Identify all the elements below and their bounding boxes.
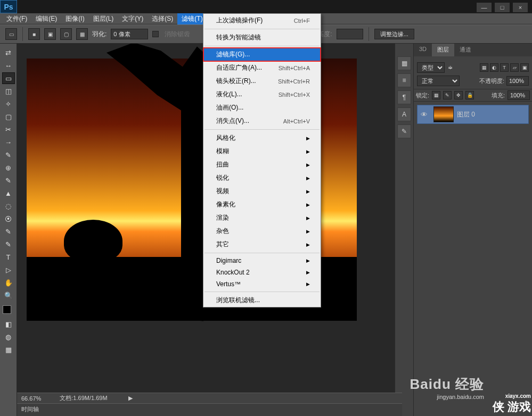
dock-panel-icon[interactable]: ✎ (397, 124, 411, 138)
minimize-button[interactable]: — (477, 3, 492, 12)
menu-图层[interactable]: 图层(L) (89, 13, 118, 24)
marquee-preset-icon[interactable]: ▭ (5, 28, 17, 40)
menu-item[interactable]: KnockOut 2▶ (203, 267, 321, 278)
menu-item[interactable]: 浏览联机滤镜... (203, 294, 321, 307)
tool-15[interactable]: T (2, 251, 15, 263)
timeline-panel-tab[interactable]: 时间轴 (17, 403, 402, 416)
panel-tab[interactable]: 3D (414, 44, 432, 56)
maximize-button[interactable]: □ (495, 3, 510, 12)
menu-item[interactable]: Digimarc▶ (203, 255, 321, 267)
menu-item-label: 像素化 (216, 200, 235, 209)
tool-13[interactable]: ✎ (2, 226, 15, 237)
submenu-arrow-icon: ▶ (306, 149, 310, 154)
tool-11[interactable]: ◌ (2, 200, 15, 212)
menu-item[interactable]: 油画(O)... (203, 101, 321, 114)
feather-input[interactable] (111, 29, 148, 39)
menu-item[interactable]: 滤镜库(G)... (203, 48, 321, 61)
tool-4[interactable]: ▢ (2, 111, 15, 122)
doc-size[interactable]: 文档:1.69M/1.69M (60, 394, 107, 402)
layer-name[interactable]: 图层 0 (457, 110, 475, 119)
lock-image-icon[interactable]: ✎ (443, 91, 452, 99)
tool-14[interactable]: ✎ (2, 238, 15, 250)
menu-item[interactable]: 自适应广角(A)...Shift+Ctrl+A (203, 61, 321, 74)
menu-item[interactable]: 上次滤镜操作(F)Ctrl+F (203, 14, 321, 27)
menu-item[interactable]: 风格化▶ (203, 131, 321, 145)
tool-12[interactable]: ⦿ (2, 213, 15, 224)
filter-pixel-icon[interactable]: ▦ (480, 63, 488, 72)
color-swatch[interactable] (3, 305, 14, 317)
toggle-toolbox-icon[interactable]: ⇄ (2, 47, 15, 59)
menu-item-label: 滤镜库(G)... (216, 50, 250, 59)
refine-edge-button[interactable]: 调整边缘... (374, 29, 414, 39)
tool-mode-icon[interactable]: ◍ (2, 331, 15, 343)
toolbox: ⇄↔▭◫✧▢✂→✎⊕✎▲◌⦿✎✎T▷✋🔍◧◍▦ (0, 44, 17, 416)
tool-18[interactable]: 🔍 (2, 289, 15, 301)
menu-item[interactable]: 锐化▶ (203, 171, 321, 185)
menu-图像[interactable]: 图像(I) (61, 13, 88, 24)
tool-9[interactable]: ✎ (2, 174, 15, 186)
selection-subtract-icon[interactable]: ▢ (60, 28, 72, 40)
menu-item[interactable]: 视频▶ (203, 185, 321, 198)
filter-adjust-icon[interactable]: ◐ (490, 63, 498, 72)
antialias-checkbox[interactable] (152, 31, 159, 37)
height-input[interactable] (337, 29, 363, 39)
dock-panel-icon[interactable]: ▦ (397, 56, 411, 70)
layer-thumbnail[interactable] (433, 106, 454, 122)
selection-new-icon[interactable]: ■ (28, 28, 40, 40)
panel-tab[interactable]: 图层 (432, 44, 454, 56)
menu-item[interactable]: 消失点(V)...Alt+Ctrl+V (203, 114, 321, 128)
blend-mode-select[interactable]: 正常 (417, 76, 460, 86)
menu-item[interactable]: 转换为智能滤镜 (203, 31, 321, 44)
tool-2[interactable]: ◫ (2, 85, 15, 97)
layer-filter-type[interactable]: 类型 (417, 62, 445, 73)
menu-item[interactable]: 扭曲▶ (203, 158, 321, 171)
filter-shape-icon[interactable]: ▱ (510, 63, 519, 72)
lock-transparent-icon[interactable]: ▦ (432, 91, 440, 99)
zoom-level[interactable]: 66.67% (21, 395, 41, 402)
tool-1[interactable]: ▭ (2, 72, 15, 84)
dock-panel-icon[interactable]: ≡ (397, 73, 411, 87)
dock-panel-icon[interactable]: A (397, 107, 411, 121)
tool-6[interactable]: → (2, 136, 15, 148)
lock-position-icon[interactable]: ✥ (454, 91, 463, 99)
tool-0[interactable]: ↔ (2, 60, 15, 71)
visibility-toggle-icon[interactable]: 👁 (418, 111, 430, 119)
opacity-input[interactable] (506, 76, 529, 86)
selection-intersect-icon[interactable]: ▦ (76, 28, 88, 40)
tool-16[interactable]: ▷ (2, 264, 15, 276)
submenu-arrow-icon: ▶ (306, 176, 310, 181)
filter-smart-icon[interactable]: ▣ (520, 63, 529, 72)
tool-mode-icon[interactable]: ▦ (2, 344, 15, 355)
tool-mode-icon[interactable]: ◧ (2, 318, 15, 330)
menu-item[interactable]: Vertus™▶ (203, 278, 321, 290)
menu-item[interactable]: 其它▶ (203, 238, 321, 251)
tool-3[interactable]: ✧ (2, 98, 15, 110)
menu-文字[interactable]: 文字(Y) (118, 13, 148, 24)
menu-item-label: 转换为智能滤镜 (216, 33, 261, 42)
menu-item-label: 风格化 (216, 134, 235, 143)
selection-add-icon[interactable]: ▣ (44, 28, 56, 40)
menu-文件[interactable]: 文件(F) (2, 13, 31, 24)
lock-all-icon[interactable]: 🔒 (465, 91, 474, 99)
submenu-arrow-icon: ▶ (306, 136, 310, 141)
tool-10[interactable]: ▲ (2, 187, 15, 199)
tool-7[interactable]: ✎ (2, 149, 15, 161)
menu-编辑[interactable]: 编辑(E) (31, 13, 61, 24)
menu-选择[interactable]: 选择(S) (148, 13, 177, 24)
filter-type-icon[interactable]: T (500, 63, 509, 72)
tool-5[interactable]: ✂ (2, 123, 15, 135)
menu-item[interactable]: 渲染▶ (203, 211, 321, 224)
fill-input[interactable] (508, 90, 530, 100)
close-button[interactable]: × (513, 3, 528, 12)
tool-8[interactable]: ⊕ (2, 162, 15, 173)
panel-tab[interactable]: 通道 (454, 44, 477, 56)
menu-item[interactable]: 杂色▶ (203, 224, 321, 238)
app-logo: Ps (0, 0, 17, 13)
layer-item[interactable]: 👁 图层 0 (417, 105, 529, 124)
menu-item[interactable]: 模糊▶ (203, 145, 321, 158)
dock-panel-icon[interactable]: ¶ (397, 90, 411, 104)
tool-17[interactable]: ✋ (2, 277, 15, 288)
menu-item[interactable]: 液化(L)...Shift+Ctrl+X (203, 88, 321, 101)
menu-item[interactable]: 像素化▶ (203, 198, 321, 211)
menu-item[interactable]: 镜头校正(R)...Shift+Ctrl+R (203, 74, 321, 88)
